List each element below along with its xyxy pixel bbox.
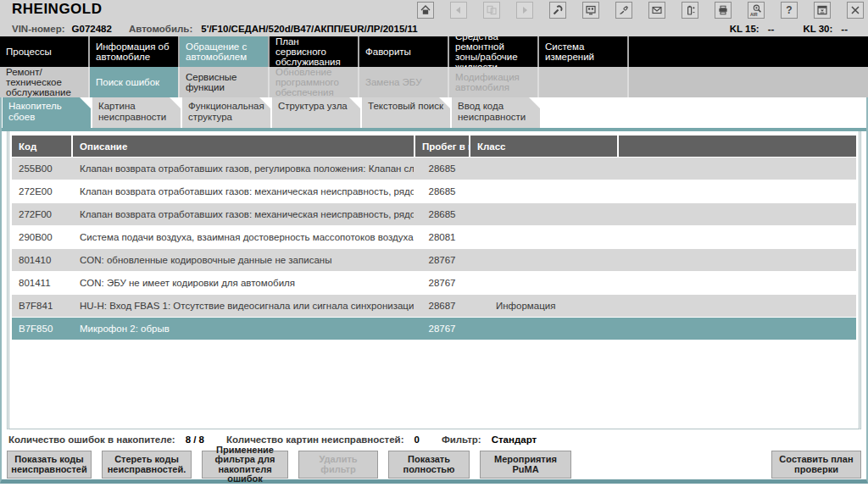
kl15-label: KL 15: [730, 24, 760, 34]
cell-code: 290B00 [12, 226, 71, 248]
tab-troubleshooting[interactable]: Поиск ошибок [90, 67, 180, 97]
connection-plug-icon[interactable] [615, 2, 632, 19]
cell-code: B7F841 [12, 295, 71, 317]
cell-code: B7F850 [12, 318, 71, 340]
cell-code: 272E00 [12, 180, 71, 202]
table-row[interactable]: 290B00 Система подачи воздуха, взаимная … [12, 226, 856, 248]
tab-software-update: Обновление программного обеспечения [270, 67, 359, 97]
tab-ecu-replacement: Замена ЭБУ [359, 67, 449, 97]
cell-description: CON: обновленные кодировочные данные не … [73, 249, 414, 271]
tab-text-search[interactable]: Текстовый поиск [362, 97, 450, 128]
cell-code: 272F00 [12, 203, 71, 225]
column-header-code: Код [12, 136, 71, 157]
cell-code: 255B00 [12, 158, 71, 180]
vin-value: G072482 [72, 24, 112, 34]
table-row-selected[interactable]: B7F850 Микрофон 2: обрыв 28767 [12, 318, 856, 340]
tab-workshop-resources[interactable]: Средства ремонтной зоны/рабочие жидкости [449, 36, 539, 67]
battery-icon[interactable] [682, 2, 698, 19]
mail-icon[interactable] [648, 2, 665, 19]
cell-class [470, 249, 617, 271]
cell-description: Микрофон 2: обрыв [73, 318, 414, 340]
fault-table-panel: Код Описание Пробег в км Класс 255B00 Кл… [7, 131, 861, 429]
column-header-empty [619, 136, 856, 157]
clear-fault-codes-button[interactable]: Стереть коды неисправностей. [102, 451, 192, 479]
pattern-count-label: Количество картин неисправностей: [226, 434, 403, 445]
close-icon[interactable] [847, 2, 864, 19]
forward-icon [516, 2, 533, 19]
cell-mileage: 28081 [415, 226, 469, 248]
vehicle-document-icon [483, 2, 500, 19]
help-icon[interactable]: ? [781, 2, 798, 19]
tab-vehicle-info[interactable]: Информация об автомобиле [90, 36, 180, 67]
pattern-count-value: 0 [415, 434, 420, 445]
show-fault-codes-button[interactable]: Показать коды неисправностей [7, 451, 92, 479]
back-icon [450, 2, 467, 19]
cell-class: Информация [470, 295, 617, 317]
vin-label: VIN-номер: [12, 24, 65, 34]
toolbar: AIR ? [417, 2, 864, 19]
cell-class [470, 158, 617, 180]
cell-description: Система подачи воздуха, взаимная достове… [73, 226, 414, 248]
svg-text:AIR: AIR [750, 12, 758, 17]
filter-label: Фильтр: [442, 434, 481, 445]
content-frame: Накопитель сбоев Картина неисправности Ф… [0, 97, 868, 484]
tab-fault-memory[interactable]: Накопитель сбоев [3, 97, 91, 128]
printer-icon[interactable] [715, 2, 732, 19]
cell-class [470, 226, 617, 248]
tab-processes[interactable]: Процессы [0, 36, 90, 67]
button-bar: Показать коды неисправностей Стереть код… [2, 451, 866, 479]
column-header-class: Класс [470, 136, 617, 157]
window-resize-icon[interactable] [814, 2, 831, 19]
tab-component-structure[interactable]: Структура узла [272, 97, 360, 128]
apply-filter-button[interactable]: Применение фильтра для накопителя ошибок [202, 451, 288, 479]
cell-code: 801410 [12, 249, 71, 271]
cell-mileage: 28685 [415, 158, 469, 180]
tab-service-plan[interactable]: План сервисного обслуживания [270, 36, 359, 67]
show-all-button[interactable]: Показать полностью [388, 451, 470, 479]
puma-actions-button[interactable]: Мероприятия PuMA [480, 451, 571, 479]
tab-functional-structure[interactable]: Функциональная структура [182, 97, 270, 128]
filter-value: Стандарт [492, 434, 537, 445]
table-header: Код Описание Пробег в км Класс [12, 136, 856, 157]
tab-vehicle-management[interactable]: Обращение с автомобилем [180, 36, 270, 67]
control-unit-display-icon[interactable] [582, 2, 599, 19]
tab-favorites[interactable]: Фавориты [359, 36, 449, 67]
cell-description: CON: ЭБУ не имеет кодировки для автомоби… [73, 272, 414, 294]
tab-repair-maintenance[interactable]: Ремонт/техническое обслуживание [0, 67, 90, 97]
secondary-nav: Ремонт/техническое обслуживание Поиск ош… [0, 67, 868, 97]
cell-class [470, 203, 617, 225]
tab-fault-pattern[interactable]: Картина неисправности [92, 97, 181, 128]
table-row[interactable]: B7F841 HU-H: Вход FBAS 1: Отсутствие вид… [12, 295, 856, 317]
table-row[interactable]: 801410 CON: обновленные кодировочные дан… [12, 249, 856, 271]
table-row[interactable]: 801411 CON: ЭБУ не имеет кодировки для а… [12, 272, 856, 294]
table-row[interactable]: 272F00 Клапан возврата отработавших газо… [12, 203, 856, 225]
cell-mileage: 28767 [415, 318, 469, 340]
primary-nav: Процессы Информация об автомобиле Обраще… [0, 36, 868, 67]
tab-measurement-system[interactable]: Система измерений [539, 36, 629, 67]
home-icon[interactable] [417, 2, 434, 19]
app-title: RHEINGOLD [12, 1, 103, 18]
tertiary-nav: Накопитель сбоев Картина неисправности Ф… [2, 97, 866, 128]
cell-description: Клапан возврата отработавших газов: меха… [73, 203, 414, 225]
fault-count-value: 8 / 8 [186, 434, 204, 445]
vehicle-value: 5'/F10/СЕДАН/520d/B47/АКПП/EUR/ЛР/2015/1… [201, 24, 417, 34]
create-test-plan-button[interactable]: Составить план проверки [771, 451, 861, 479]
cell-description: Клапан возврата отработавших газов, регу… [73, 158, 414, 180]
tab-fault-code-entry[interactable]: Ввод кода неисправности [452, 97, 540, 128]
cell-description: HU-H: Вход FBAS 1: Отсутствие видеосигна… [73, 295, 414, 317]
table-row[interactable]: 272E00 Клапан возврата отработавших газо… [12, 180, 856, 202]
column-header-description: Описание [73, 136, 414, 157]
tab-service-functions[interactable]: Сервисные функции [180, 67, 270, 97]
remove-filter-button: Удалить фильтр [298, 451, 378, 479]
wrench-icon[interactable] [549, 2, 566, 19]
kl30-value: -- [841, 24, 848, 34]
air-search-icon[interactable]: AIR [748, 2, 765, 19]
cell-mileage: 28687 [415, 295, 469, 317]
vin-bar: VIN-номер: G072482 Автомобиль: 5'/F10/СЕ… [0, 20, 868, 36]
table-row[interactable]: 255B00 Клапан возврата отработавших газо… [12, 158, 856, 180]
vehicle-label: Автомобиль: [129, 24, 192, 34]
kl15-value: -- [768, 24, 775, 34]
cell-code: 801411 [12, 272, 71, 294]
app-window: RHEINGOLD [0, 0, 868, 487]
cell-mileage: 28685 [415, 203, 469, 225]
